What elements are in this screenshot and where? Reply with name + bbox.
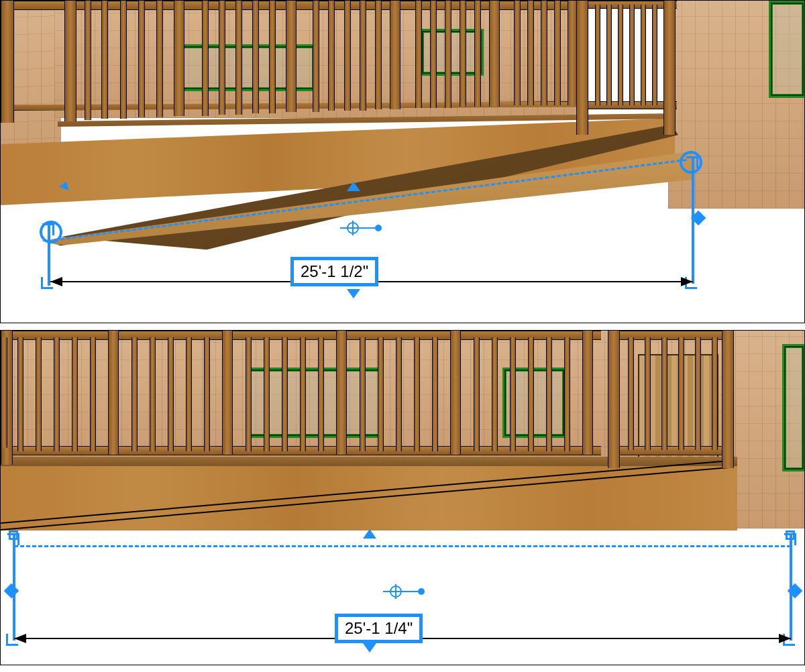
scene-elevation: 25'-1 1/4" (1, 331, 804, 665)
dimension-arrow-left-icon (50, 277, 62, 286)
railing-elev-balusters-set (1, 337, 601, 458)
edit-handle-end-left[interactable] (40, 221, 62, 243)
dimension-arrow-left-icon-b (14, 634, 26, 643)
edit-handle-end-right-b[interactable] (786, 530, 795, 540)
window-right (769, 1, 805, 98)
edit-handle-move[interactable] (340, 221, 380, 241)
edit-handle-flip-bottom[interactable] (347, 289, 360, 298)
edit-handle-side-left-b[interactable] (4, 583, 19, 599)
dimension-value-input[interactable]: 25'-1 1/2" (290, 257, 378, 286)
selection-edge-dashed-b (14, 545, 791, 547)
edit-handle-flip-bottom-b[interactable] (363, 643, 376, 653)
railing-elev-right (608, 331, 732, 471)
edit-handle-flip-mid[interactable] (347, 182, 360, 191)
edit-handle-move-b[interactable] (383, 584, 423, 604)
dimension-arrow-right-icon-b (779, 634, 791, 643)
edit-handle-flip-top-b[interactable] (363, 529, 376, 539)
dimension-arrow-right-icon (681, 277, 693, 286)
edit-handle-end-left-b[interactable] (9, 530, 18, 540)
railing-balusters (1, 1, 578, 118)
edit-handle-end-right[interactable] (680, 151, 702, 174)
viewport-elevation[interactable]: 25'-1 1/4" (0, 330, 805, 665)
railing-right-section (576, 1, 677, 135)
window-elev-3 (782, 344, 805, 471)
scene-3d: 25'-1 1/2" (1, 1, 804, 323)
dimension-value-input-b[interactable]: 25'-1 1/4" (335, 614, 423, 643)
viewport-perspective[interactable]: 25'-1 1/2" (0, 0, 805, 323)
